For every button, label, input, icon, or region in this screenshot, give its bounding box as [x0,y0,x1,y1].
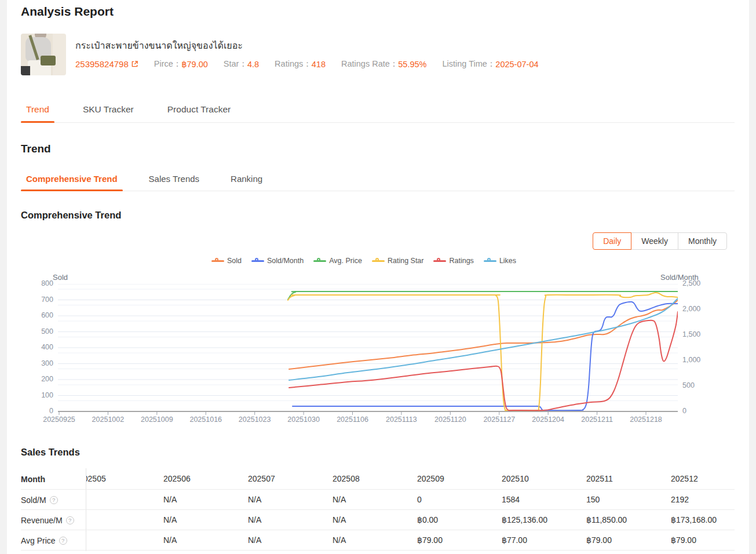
help-icon[interactable]: ? [50,496,58,504]
stat-label: Ratings Rate： [341,59,398,70]
help-icon[interactable]: ? [59,537,67,545]
x-axis-tick-label: 20251023 [231,416,279,424]
table-cell: ฿125,136.00 [502,510,586,530]
product-stat-0: Pirce：฿79.00 [154,59,208,70]
column-header: 202510 [502,468,586,490]
table-cell: N/A [163,510,248,530]
page-title: Analysis Report [21,5,114,19]
tab-product-tracker[interactable]: Product Tracker [162,96,236,122]
external-link-icon [131,60,138,68]
x-axis-tick-label: 20251002 [83,416,132,424]
table-cell: ฿79.00 [671,530,735,551]
table-cell: 1584 [502,490,586,510]
y-axis-right-tick: 500 [682,381,695,389]
legend-marker-icon [433,258,446,264]
range-button-weekly[interactable]: Weekly [631,232,678,250]
column-header: 202509 [417,468,502,490]
legend-item-rating-star[interactable]: Rating Star [372,257,424,265]
table-cell: 2192 [671,490,735,510]
x-axis-tick-label: 20251016 [181,416,230,424]
table-cell: N/A [163,490,248,510]
legend-item-sold[interactable]: Sold [211,257,242,265]
stat-value: ฿79.00 [181,60,208,69]
column-header: 202508 [333,468,417,490]
table-cell: N/A [333,510,417,530]
y-axis-left-tick: 100 [17,391,53,399]
legend-item-likes[interactable]: Likes [484,257,516,265]
product-title: กระเป๋าสะพายข้างขนาดใหญ่จุของได้เยอะ [75,38,243,53]
legend-label: Rating Star [388,257,424,265]
sales-trends-table: 202505202506N/AN/AN/A202507N/AN/AN/A2025… [21,468,735,551]
legend-marker-icon [313,258,326,264]
sub-tab-ranking[interactable]: Ranking [225,167,268,191]
x-axis-tick-label: 20251211 [573,416,622,424]
stat-value: 4.8 [247,60,259,69]
granularity-switch: DailyWeeklyMonthly [593,232,727,250]
comprehensive-trend-chart: Sold Sold/Month 010020030040050060070080… [7,272,749,428]
y-axis-left-tick: 500 [17,327,53,336]
y-axis-right-tick: 0 [682,407,686,415]
chart-legend: SoldSold/MonthAvg. PriceRating StarRatin… [7,257,721,265]
stat-label: Star： [224,59,247,70]
table-cell: N/A [248,530,333,551]
row-label-text: Sold/M [21,495,46,505]
row-label-sold-m: Sold/M? [21,490,58,510]
y-axis-right-tick: 2,500 [682,279,700,287]
stat-value: 418 [312,60,326,69]
legend-item-ratings[interactable]: Ratings [433,257,473,265]
x-axis-tick-label: 20251127 [475,416,524,424]
sub-tab-sales-trends[interactable]: Sales Trends [144,167,205,191]
product-id-link[interactable]: 25395824798 [75,59,138,69]
x-axis-tick-label: 20251106 [328,416,377,424]
comprehensive-trend-title: Comprehensive Trend [21,210,121,221]
y-axis-left-tick: 700 [17,296,53,304]
table-cell: N/A [333,490,417,510]
column-header: 202505 [79,468,163,490]
x-axis-tick-label: 20251120 [426,416,474,424]
table-cell: N/A [248,490,333,510]
legend-label: Sold [227,257,242,265]
x-axis-tick-label: 20251204 [524,416,572,424]
series-line-sold-month [293,302,678,410]
table-cell: ฿79.00 [417,530,502,551]
chart-plot[interactable] [58,284,678,416]
tab-sku-tracker[interactable]: SKU Tracker [78,96,139,122]
stat-label: Pirce： [154,59,182,70]
stat-label: Ratings： [275,59,312,70]
tab-trend[interactable]: Trend [21,96,54,122]
legend-item-sold-month[interactable]: Sold/Month [251,257,304,265]
legend-label: Ratings [449,257,473,265]
help-icon[interactable]: ? [66,516,74,524]
column-header: 202507 [248,468,333,490]
y-axis-right-tick: 1,000 [682,356,700,364]
legend-label: Sold/Month [267,257,304,265]
table-cell: N/A [248,510,333,530]
legend-label: Likes [499,257,516,265]
table-cell: ฿77.00 [502,530,586,551]
stat-value: 2025-07-04 [495,60,538,69]
product-image [21,34,66,75]
row-label-revenue-m: Revenue/M? [21,510,74,530]
product-id: 25395824798 [75,59,129,69]
table-cell: N/A [163,530,248,551]
y-axis-left-tick: 800 [17,279,53,287]
sub-tab-comprehensive-trend[interactable]: Comprehensive Trend [21,167,123,191]
range-button-monthly[interactable]: Monthly [678,232,727,250]
row-label-avg-price: Avg Price? [21,530,67,551]
row-label-text: Avg Price [21,536,56,545]
product-stat-2: Ratings：418 [275,59,326,70]
column-header: 202511 [586,468,671,490]
table-row-divider [21,489,735,490]
table-row-divider [21,509,735,510]
row-label-text: Revenue/M [21,516,63,525]
y-axis-left-tick: 600 [17,311,53,319]
y-axis-right-tick: 2,000 [682,305,700,313]
stat-value: 55.95% [398,60,426,69]
legend-marker-icon [251,258,264,264]
x-axis-tick-label: 20251113 [377,416,426,424]
stat-label: Listing Time： [442,59,495,70]
range-button-daily[interactable]: Daily [593,232,631,250]
series-line-sold [289,300,678,369]
legend-item-avg-price[interactable]: Avg. Price [313,257,362,265]
product-info-row: 25395824798 Pirce：฿79.00Star：4.8Ratings：… [75,59,539,70]
